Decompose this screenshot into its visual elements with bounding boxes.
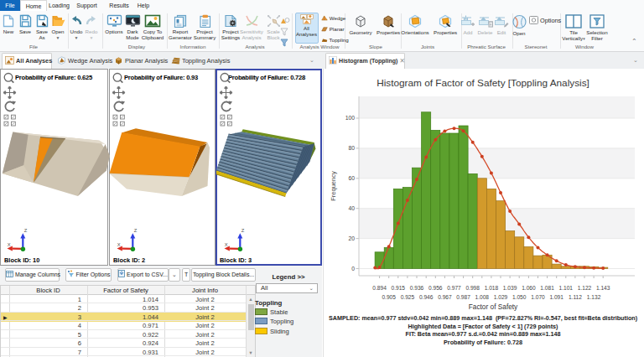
svg-text:40: 40 [348,205,355,211]
svg-text:0.915: 0.915 [392,285,406,291]
svg-text:0.925: 0.925 [401,294,415,300]
svg-text:1.081: 1.081 [540,285,554,291]
svg-text:Histogram of Factor of Safety: Histogram of Factor of Safety [Toppling … [377,77,589,89]
svg-text:FIT: Beta mean=0.977 s.d.=0.04: FIT: Beta mean=0.977 s.d.=0.042 min=0.88… [406,330,561,338]
svg-text:Probability of Failure: 0.728: Probability of Failure: 0.728 [444,339,522,346]
svg-text:80: 80 [348,145,355,151]
svg-text:1.008: 1.008 [475,294,490,300]
svg-text:1.091: 1.091 [549,294,564,300]
svg-text:1.060: 1.060 [522,285,536,291]
svg-text:100: 100 [345,115,356,121]
svg-text:X: X [8,242,11,247]
svg-text:1.029: 1.029 [494,294,508,300]
svg-text:0.987: 0.987 [456,294,470,300]
svg-text:0.977: 0.977 [447,285,461,291]
svg-text:60: 60 [348,175,355,181]
svg-text:0: 0 [351,266,355,272]
svg-text:Factor of Safety: Factor of Safety [469,303,518,311]
svg-text:Z: Z [24,228,28,233]
svg-text:1.122: 1.122 [578,285,592,291]
svg-text:20: 20 [348,235,355,241]
svg-text:0.967: 0.967 [438,294,452,300]
svg-text:0.998: 0.998 [465,285,480,291]
svg-text:0.946: 0.946 [419,294,434,300]
svg-text:1.112: 1.112 [569,294,582,300]
svg-text:1.070: 1.070 [531,294,545,300]
svg-text:1.050: 1.050 [512,294,527,300]
svg-text:1.018: 1.018 [485,285,499,291]
svg-text:1.039: 1.039 [503,285,517,291]
svg-text:0.905: 0.905 [382,294,396,300]
svg-text:Frequency: Frequency [330,171,337,201]
svg-text:SAMPLED: mean=0.977 stdv=0.042: SAMPLED: mean=0.977 stdv=0.042 min=0.889… [329,314,638,322]
svg-text:0.956: 0.956 [428,285,443,291]
svg-text:0.894: 0.894 [372,285,387,291]
svg-text:Highlighted Data = [Factor of: Highlighted Data = [Factor of Safety < 1… [408,323,559,330]
svg-text:1.101: 1.101 [559,285,574,291]
svg-text:1.132: 1.132 [587,294,601,300]
svg-text:0.936: 0.936 [410,285,424,291]
svg-text:1.143: 1.143 [596,285,610,291]
